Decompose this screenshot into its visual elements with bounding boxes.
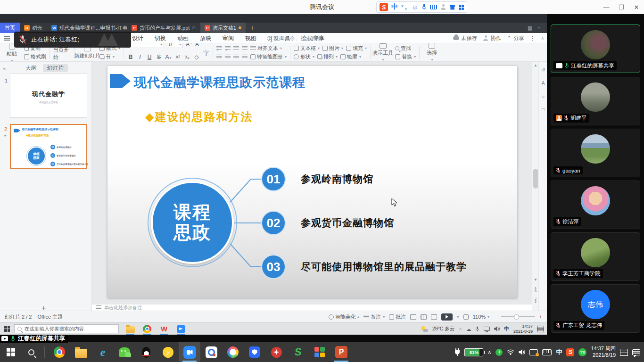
sogou-tray-icon[interactable]: S bbox=[566, 348, 574, 356]
shared-search-box[interactable]: 在这里输入你要搜索的内容 bbox=[14, 324, 119, 333]
fill-button[interactable]: 填充 bbox=[346, 45, 367, 52]
zoom-slider-knob[interactable] bbox=[514, 314, 519, 320]
comments-button[interactable]: 批注 bbox=[389, 313, 406, 321]
text-box-button[interactable]: 文本框 bbox=[294, 45, 320, 52]
shared-file-explorer-icon[interactable] bbox=[125, 323, 135, 335]
tray-speaker-icon[interactable] bbox=[494, 326, 500, 331]
smart-graphic-button[interactable]: 转智能图形 bbox=[250, 53, 287, 60]
tab-view[interactable]: 视图 bbox=[245, 34, 256, 42]
clear-format-icon[interactable]: ◇ bbox=[193, 54, 200, 60]
select-button[interactable]: 选择 bbox=[423, 43, 441, 62]
cast-screen-icon[interactable] bbox=[529, 349, 538, 355]
touch-keyboard-icon[interactable] bbox=[542, 349, 552, 355]
news-tray-icon[interactable] bbox=[620, 349, 628, 356]
sidebar-text-tool-icon[interactable]: A bbox=[539, 81, 547, 86]
battery-indicator[interactable]: 81% bbox=[464, 348, 483, 356]
sogou-ime-toolbar[interactable]: S 中 °， ☺ bbox=[376, 1, 467, 13]
weather-icon[interactable] bbox=[421, 326, 428, 332]
action-center-icon[interactable] bbox=[632, 349, 640, 355]
ime-skin-icon[interactable] bbox=[449, 5, 455, 10]
sidebar-panel-tool-icon[interactable]: □ bbox=[539, 107, 547, 112]
tray-display-icon[interactable] bbox=[484, 327, 490, 331]
zoom-in-button[interactable]: + bbox=[539, 314, 542, 320]
tab-outline[interactable]: 大纲 bbox=[24, 64, 38, 72]
ime-keyboard-icon[interactable] bbox=[430, 5, 437, 9]
sidebar-shape-tool-icon[interactable]: ○ bbox=[539, 94, 547, 99]
slide2-thumbnail-selected[interactable]: 现代金融学课程思政示范课程 ◆建设的思路和方法 课程思政 01参观岭南博物馆 0… bbox=[10, 124, 87, 169]
scrollbar-thumb[interactable] bbox=[533, 169, 538, 189]
fit-slide-icon[interactable] bbox=[463, 314, 469, 320]
notes-toggle-button[interactable]: 备注 bbox=[363, 313, 385, 321]
align-right-icon[interactable] bbox=[233, 55, 239, 59]
slide-canvas[interactable]: 现代金融学课程思政示范课程 ◆建设的思路和方法 课程 思政 01 02 03 参… bbox=[92, 62, 532, 311]
participant-tile-sharing[interactable]: ➤ 江春红的屏幕共享 bbox=[551, 25, 640, 73]
tab-slides[interactable]: 幻灯片 bbox=[43, 64, 68, 72]
shared-start-button[interactable] bbox=[0, 326, 14, 332]
tab-slideshow[interactable]: 放映 bbox=[200, 34, 211, 42]
scroll-down-icon[interactable]: ▼ bbox=[532, 278, 539, 282]
file-menu-icon[interactable] bbox=[4, 36, 10, 41]
notes-bar[interactable]: 单击此处添加备注 bbox=[92, 304, 532, 311]
align-left-icon[interactable] bbox=[216, 55, 222, 59]
increase-indent-icon[interactable] bbox=[242, 46, 248, 50]
bullets-button[interactable] bbox=[216, 46, 222, 50]
tray-mic-icon[interactable] bbox=[475, 326, 479, 332]
ime-mic-icon[interactable] bbox=[421, 4, 427, 10]
increase-font-icon[interactable]: A⁺ bbox=[186, 43, 192, 48]
normal-view-button[interactable] bbox=[410, 314, 416, 320]
red-knot-app-icon[interactable] bbox=[265, 342, 287, 362]
arrange-button[interactable]: 排列 bbox=[317, 53, 338, 60]
participant-tile[interactable]: 胡建平 bbox=[551, 77, 640, 125]
reading-view-button[interactable] bbox=[431, 314, 437, 320]
scroll-up-icon[interactable]: ▲ bbox=[532, 63, 539, 67]
tab-pin-icon[interactable]: ⊙ bbox=[192, 25, 196, 30]
present-tools-button[interactable]: 演示工具 bbox=[374, 43, 392, 62]
ime-emoji-icon[interactable]: ☺ bbox=[412, 4, 418, 10]
taskbar-search-icon[interactable] bbox=[22, 349, 41, 355]
collapse-ribbon-icon[interactable]: ∧ bbox=[541, 36, 544, 41]
canvas-scrollbar[interactable]: ▲ ▼ ∧∧ ∨∨ bbox=[532, 62, 538, 311]
ime-toolbox-icon[interactable] bbox=[459, 5, 464, 10]
tabbar-apps-icon[interactable]: ▦ bbox=[528, 25, 532, 31]
participant-tile[interactable]: 徐洁萍 bbox=[551, 181, 640, 229]
start-button[interactable] bbox=[0, 348, 22, 356]
font-size-select[interactable]: 0 bbox=[167, 43, 183, 48]
decrease-font-icon[interactable]: A⁻ bbox=[195, 43, 202, 48]
notification-count-badge[interactable]: 79 bbox=[578, 348, 586, 356]
font-color-button[interactable]: A bbox=[165, 54, 172, 60]
wifi-icon[interactable] bbox=[507, 349, 514, 355]
slide1-thumbnail[interactable]: 现代金融学 课程思政示范课程 bbox=[10, 74, 87, 118]
restore-button[interactable]: ❐ bbox=[614, 0, 629, 14]
sogou-logo-icon[interactable]: S bbox=[380, 3, 388, 11]
weather-text[interactable]: 29°C 多云 bbox=[432, 326, 454, 332]
wemeet-rooms-icon[interactable] bbox=[200, 342, 222, 362]
ime-punctuation-icon[interactable]: °， bbox=[401, 3, 408, 11]
align-text-button[interactable]: 对齐文本 bbox=[250, 45, 282, 52]
ime-account-icon[interactable] bbox=[440, 4, 446, 10]
theme-name[interactable]: Office 主题 bbox=[37, 313, 63, 321]
participant-tile[interactable]: 李王芳工商学院 bbox=[551, 232, 640, 281]
ime-mode-chinese[interactable]: 中 bbox=[391, 3, 398, 11]
outline-button[interactable]: 轮廓 bbox=[340, 53, 361, 60]
shared-tencent-meeting-icon[interactable] bbox=[176, 323, 186, 335]
speaker-icon[interactable] bbox=[519, 349, 525, 355]
internet-explorer-icon[interactable]: e bbox=[92, 342, 114, 362]
tab-animation[interactable]: 动画 bbox=[177, 34, 189, 42]
tab-review[interactable]: 审阅 bbox=[223, 34, 234, 42]
zoom-level[interactable]: 110% bbox=[473, 314, 489, 320]
underline-button[interactable]: U bbox=[146, 54, 153, 60]
collaborate-button[interactable]: 协作 bbox=[483, 35, 501, 42]
section-button[interactable]: 节 bbox=[99, 53, 120, 60]
shared-wps-icon[interactable]: W bbox=[159, 323, 169, 335]
chrome-icon[interactable] bbox=[49, 342, 70, 362]
shapes-button[interactable]: 形状 bbox=[294, 53, 314, 60]
bold-button[interactable]: B bbox=[127, 54, 134, 60]
green-s-app-icon[interactable]: S bbox=[287, 342, 309, 362]
shared-clock[interactable]: 14:372021-8-19 bbox=[513, 324, 533, 334]
share-button[interactable]: ⌃分享 bbox=[507, 35, 524, 42]
close-button[interactable]: ✕ bbox=[629, 0, 644, 14]
hidden-icons-chevron[interactable]: ∧ bbox=[487, 349, 491, 355]
subscript-button[interactable]: X₂ bbox=[184, 55, 190, 59]
play-options-icon[interactable]: ▾ bbox=[457, 314, 459, 319]
more-icon[interactable]: ⋮ bbox=[530, 35, 536, 41]
